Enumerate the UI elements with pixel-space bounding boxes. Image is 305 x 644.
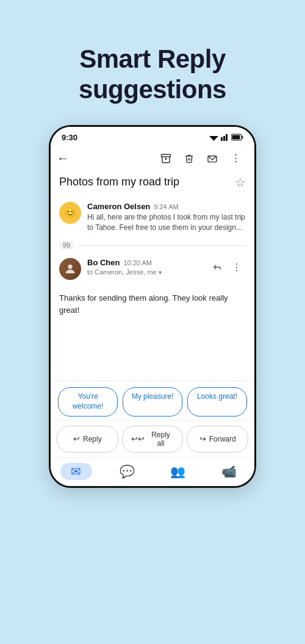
hero-title: Smart Reply suggestions (66, 22, 239, 106)
svg-rect-2 (223, 136, 225, 141)
smart-replies: You're welcome! My pleasure! Looks great… (51, 381, 254, 420)
divider-line (79, 245, 246, 246)
svg-point-11 (68, 265, 72, 269)
nav-meet-bg: 📹 (213, 463, 245, 480)
svg-rect-7 (232, 135, 240, 140)
svg-rect-3 (226, 134, 228, 141)
svg-marker-0 (209, 136, 218, 141)
chat-icon: 💬 (120, 464, 135, 479)
forward-button[interactable]: ↪ Forward (187, 426, 248, 453)
nav-mail[interactable]: ✉ (60, 463, 92, 480)
svg-rect-1 (221, 137, 223, 141)
avatar-cameron: 😊 (59, 202, 81, 224)
reply-button[interactable]: ↩ Reply (57, 426, 118, 453)
smart-reply-0[interactable]: You're welcome! (58, 387, 118, 416)
spaces-icon: 👥 (170, 464, 185, 479)
title-line1: Smart Reply (79, 45, 226, 73)
action-bar: ↩ Reply ↩↩ Reply all ↪ Forward (51, 420, 254, 457)
signal-icon (221, 134, 229, 141)
email-subject: Photos from my road trip ☆ (51, 173, 254, 196)
nav-meet[interactable]: 📹 (213, 463, 245, 480)
email2-body: Thanks for sending them along. They look… (51, 286, 254, 320)
status-bar: 9:30 (51, 127, 254, 145)
bottom-nav: ✉ 💬 👥 📹 (51, 457, 254, 486)
chevron-down-icon[interactable]: ▾ (159, 269, 162, 276)
thread-count: 99 (59, 241, 74, 249)
nav-spaces-bg: 👥 (162, 463, 194, 480)
svg-rect-6 (242, 136, 243, 138)
reply-all-button[interactable]: ↩↩ Reply all (122, 426, 184, 453)
reply-icon[interactable] (208, 258, 226, 276)
email-toolbar: ← ⋮ (51, 145, 254, 173)
archive-button[interactable] (156, 148, 176, 169)
email-body-space (51, 320, 254, 381)
nav-chat[interactable]: 💬 (111, 463, 143, 480)
status-icons (209, 134, 243, 141)
nav-spaces[interactable]: 👥 (162, 463, 194, 480)
back-button[interactable]: ← (57, 151, 69, 165)
subject-text: Photos from my road trip (59, 176, 179, 188)
smart-reply-2[interactable]: Looks great! (187, 387, 247, 416)
forward-btn-icon: ↪ (199, 434, 206, 443)
time-cameron: 9:24 AM (154, 203, 178, 210)
email1-meta: Cameron Oelsen 9:24 AM Hi all, here are … (87, 202, 246, 233)
mark-unread-button[interactable] (202, 148, 223, 169)
avatar-bo (59, 258, 81, 280)
delete-button[interactable] (179, 148, 199, 169)
more-email2-icon[interactable]: ⋮ (228, 258, 246, 276)
time-bo: 10:20 AM (123, 259, 151, 267)
nav-chat-bg: 💬 (111, 463, 143, 480)
phone-mockup: 9:30 ← (49, 125, 256, 488)
nav-mail-bg: ✉ (60, 463, 92, 480)
sender-cameron: Cameron Oelsen (87, 202, 150, 211)
preview-cameron: Hi all, here are the photos I took from … (87, 212, 246, 233)
more-button[interactable]: ⋮ (225, 148, 246, 169)
reply-btn-icon: ↩ (73, 434, 80, 443)
smart-reply-1[interactable]: My pleasure! (123, 387, 182, 416)
email2-meta: Bo Chen 10:20 AM to Cameron, Jesse, me ▾ (87, 258, 202, 276)
status-time: 9:30 (62, 133, 77, 142)
battery-icon (231, 134, 243, 141)
reply-all-btn-icon: ↩↩ (131, 434, 145, 443)
title-line2: suggestions (79, 75, 226, 104)
thread-divider: 99 (51, 238, 254, 252)
email-message-2: Bo Chen 10:20 AM to Cameron, Jesse, me ▾… (51, 252, 254, 286)
star-icon[interactable]: ☆ (235, 175, 246, 190)
mail-icon: ✉ (71, 464, 81, 479)
email-message-1: 😊 Cameron Oelsen 9:24 AM Hi all, here ar… (51, 196, 254, 239)
email2-actions: ⋮ (208, 258, 246, 276)
to-row: to Cameron, Jesse, me ▾ (87, 268, 202, 276)
sender-bo: Bo Chen (87, 258, 120, 267)
svg-rect-8 (162, 154, 171, 157)
meet-icon: 📹 (221, 464, 237, 479)
wifi-icon (209, 134, 218, 141)
